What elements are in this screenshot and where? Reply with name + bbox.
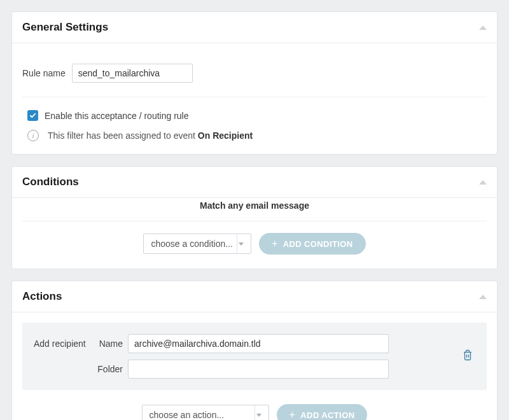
delete-action-button[interactable] [460, 347, 475, 363]
panel-conditions: Conditions Match any email message choos… [11, 166, 498, 269]
panel-header-general[interactable]: General Settings [12, 12, 497, 43]
action-field-row-name: Add recipient Name [34, 334, 452, 353]
add-condition-label: ADD CONDITION [283, 239, 353, 249]
collapse-icon [479, 25, 487, 30]
condition-select-value: choose a condition... [151, 239, 232, 249]
condition-select[interactable]: choose a condition... [143, 234, 251, 254]
chevron-down-icon [237, 234, 246, 253]
enable-rule-checkbox[interactable] [27, 110, 38, 121]
collapse-icon [479, 180, 487, 185]
enable-rule-row: Enable this acceptance / routing rule [22, 108, 487, 130]
panel-title-general: General Settings [22, 21, 108, 34]
action-name-label: Name [91, 339, 123, 349]
actions-control-row: choose an action... + ADD ACTION [22, 404, 487, 420]
action-name-input[interactable] [128, 334, 389, 353]
info-icon: i [27, 130, 39, 141]
add-condition-button[interactable]: + ADD CONDITION [259, 233, 366, 255]
panel-title-conditions: Conditions [22, 176, 79, 188]
trash-icon [463, 349, 473, 361]
action-fields: Add recipient Name Folder [34, 334, 452, 379]
divider [22, 97, 487, 97]
rule-name-label: Rule name [22, 68, 66, 78]
conditions-control-row: choose a condition... + ADD CONDITION [22, 233, 487, 258]
action-field-row-folder: Folder [34, 360, 452, 379]
panel-general-settings: General Settings Rule name Enable this a… [11, 11, 498, 155]
collapse-icon [479, 295, 487, 299]
rule-name-row: Rule name [22, 53, 487, 97]
rule-name-input[interactable] [72, 64, 193, 83]
conditions-match-heading: Match any email message [22, 198, 487, 221]
check-icon [29, 112, 36, 119]
chevron-down-icon [254, 405, 263, 420]
panel-title-actions: Actions [22, 290, 62, 303]
enable-rule-label: Enable this acceptance / routing rule [45, 111, 188, 121]
info-text: This filter has been assigned to event O… [48, 130, 253, 141]
action-card: Add recipient Name Folder [22, 323, 487, 390]
action-folder-input[interactable] [128, 360, 389, 379]
panel-header-conditions[interactable]: Conditions [12, 167, 497, 198]
panel-actions: Actions Add recipient Name Folder [11, 281, 498, 420]
action-select-value: choose an action... [150, 410, 225, 420]
plus-icon: + [272, 239, 278, 249]
info-event: On Recipient [198, 130, 253, 141]
info-prefix: This filter has been assigned to event [48, 130, 198, 141]
action-folder-label: Folder [91, 364, 123, 374]
plus-icon: + [289, 410, 296, 420]
panel-header-actions[interactable]: Actions [12, 281, 497, 312]
action-type-label: Add recipient [34, 339, 91, 349]
info-row: i This filter has been assigned to event… [22, 130, 487, 144]
add-action-button[interactable]: + ADD ACTION [277, 404, 368, 420]
add-action-label: ADD ACTION [300, 410, 354, 420]
action-select[interactable]: choose an action... [142, 405, 269, 420]
